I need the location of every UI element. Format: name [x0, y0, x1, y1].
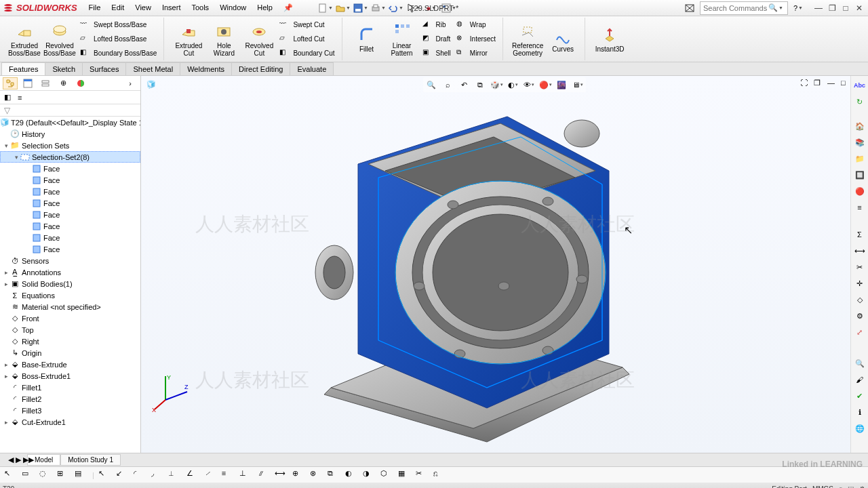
tab-weldments[interactable]: Weldments	[180, 62, 232, 75]
mirror-button[interactable]: ⧉Mirror	[454, 47, 498, 60]
fm-tab-property[interactable]	[20, 77, 35, 89]
lofted-cut-button[interactable]: ▱Lofted Cut	[277, 33, 337, 46]
search-commands[interactable]: 🔍▼	[700, 1, 788, 15]
tab-features[interactable]: Features	[1, 62, 45, 75]
menu-file[interactable]: File	[84, 2, 106, 14]
flyout-tree-icon[interactable]: 🧊	[146, 80, 156, 89]
tree-face[interactable]: Face	[43, 176, 60, 184]
draft-button[interactable]: ◩Draft	[420, 33, 454, 46]
bt-19[interactable]: ⬡	[380, 469, 394, 481]
tree-face[interactable]: Face	[43, 211, 60, 219]
bt-21[interactable]: ✂	[416, 469, 429, 481]
wrap-button[interactable]: ◍Wrap	[454, 18, 498, 32]
minimize-button[interactable]: —	[812, 3, 825, 14]
tree-cut-extrude1[interactable]: Cut-Extrude1	[22, 418, 66, 426]
fm-tab-config[interactable]	[38, 77, 53, 89]
status-units[interactable]: MMGS	[812, 485, 833, 489]
tree-face[interactable]: Face	[43, 234, 60, 242]
filter-icon[interactable]: ▽	[4, 106, 10, 115]
restore-button[interactable]: ❐	[826, 3, 838, 14]
bt-select-icon[interactable]: ▭	[22, 469, 35, 481]
tp-center-icon[interactable]: ✛	[853, 277, 867, 290]
linear-pattern-button[interactable]: Linear Pattern	[384, 19, 420, 60]
boundary-cut-button[interactable]: ◧Boundary Cut	[277, 47, 337, 60]
tp-home-icon[interactable]: 🏠	[853, 119, 867, 133]
status-icon-1[interactable]: ⬚	[848, 485, 854, 489]
bt-cursor-icon[interactable]: ↖	[4, 469, 18, 481]
bt-1[interactable]: ⊞	[57, 469, 71, 481]
tree-origin[interactable]: Origin	[22, 349, 41, 357]
3d-viewport[interactable]: 🔍 ⌕ ↶ ⧉ 🎲▾ ◐▾ 👁▾ 🔴▾ 🌆 🖥▾ ⛶ ❐ — □ ✕	[141, 76, 868, 453]
tp-properties-icon[interactable]: ≡	[853, 201, 867, 214]
tp-globe-icon[interactable]: 🌐	[853, 422, 867, 435]
vp-min-icon[interactable]: —	[827, 79, 840, 89]
new-file-button[interactable]: ▼	[318, 1, 333, 15]
tree-right[interactable]: Right	[22, 338, 39, 346]
tree-base-extrude[interactable]: Base-Extrude	[22, 361, 67, 369]
revolved-boss-button[interactable]: Revolved Boss/Base	[42, 19, 77, 60]
bt-5[interactable]: ◜	[134, 469, 147, 481]
bt-12[interactable]: ⫽	[257, 469, 271, 481]
bt-10[interactable]: ≡	[222, 469, 235, 481]
tree-boss-extrude1[interactable]: Boss-Extrude1	[22, 372, 71, 380]
tree-selection-set2[interactable]: Selection-Set2(8)	[32, 153, 90, 161]
menu-insert[interactable]: Insert	[157, 2, 186, 14]
toggle-pane-button[interactable]	[682, 1, 697, 15]
menu-pin-icon[interactable]: 📌	[279, 2, 298, 14]
tree-front[interactable]: Front	[22, 314, 39, 323]
help-button[interactable]: ? ▼	[791, 1, 806, 15]
hole-wizard-button[interactable]: Hole Wizard	[206, 19, 241, 60]
tree-equations[interactable]: Equations	[22, 291, 55, 300]
bt-7[interactable]: ⟂	[169, 469, 182, 481]
bt-15[interactable]: ⊗	[310, 469, 323, 481]
tree-face[interactable]: Face	[43, 245, 60, 253]
tree-root[interactable]: T29 (Default<<Default>_Display State 1	[11, 119, 140, 127]
extruded-boss-button[interactable]: Extruded Boss/Base	[7, 19, 42, 60]
tree-fillet1[interactable]: Fillet1	[22, 384, 41, 392]
tp-gear-icon[interactable]: ⚙	[853, 309, 867, 323]
tree-face[interactable]: Face	[43, 222, 60, 230]
tp-text-icon[interactable]: Abc	[853, 79, 867, 92]
tp-rebuild-icon[interactable]: ↻	[853, 95, 867, 108]
bt-20[interactable]: ▦	[398, 469, 412, 481]
status-icon-2[interactable]: ⚙	[859, 485, 865, 489]
part-model[interactable]	[283, 83, 772, 449]
fm-icon-1[interactable]: ◧	[4, 93, 11, 102]
tree-material[interactable]: Material <not specified>	[22, 303, 101, 311]
tab-directediting[interactable]: Direct Editing	[231, 62, 290, 75]
tp-paint-icon[interactable]: 🖌	[853, 373, 867, 386]
bt-6[interactable]: ◞	[151, 469, 165, 481]
tp-library-icon[interactable]: 📚	[853, 136, 867, 149]
bt-lasso-icon[interactable]: ◌	[39, 469, 53, 481]
undo-button[interactable]: ▼	[389, 1, 403, 15]
fm-expand-icon[interactable]: ›	[123, 77, 138, 89]
bt-8[interactable]: ∠	[186, 469, 200, 481]
vp-restore-icon[interactable]: ❐	[814, 79, 826, 89]
boundary-boss-button[interactable]: ◧Boundary Boss/Base	[77, 47, 159, 60]
bt-17[interactable]: ◐	[345, 469, 359, 481]
tree-face[interactable]: Face	[43, 199, 60, 207]
tp-dim-icon[interactable]: ⟷	[853, 244, 867, 258]
bt-11[interactable]: ⊥	[239, 469, 253, 481]
tree-top[interactable]: Top	[22, 326, 34, 334]
menu-window[interactable]: Window	[215, 2, 251, 14]
tab-sketch[interactable]: Sketch	[45, 62, 83, 75]
tree-annotations[interactable]: Annotations	[22, 268, 61, 277]
tp-appearance-icon[interactable]: 🔴	[853, 184, 867, 198]
bt-14[interactable]: ⊕	[292, 469, 306, 481]
menu-view[interactable]: View	[130, 2, 156, 14]
tree-fillet2[interactable]: Fillet2	[22, 395, 41, 403]
swept-cut-button[interactable]: 〰Swept Cut	[277, 18, 337, 32]
fm-icon-2[interactable]: ≡	[18, 94, 22, 102]
expand-icon[interactable]: ▾	[3, 142, 9, 149]
tree-selection-sets[interactable]: Selection Sets	[22, 142, 69, 150]
tree-face[interactable]: Face	[43, 188, 60, 196]
vp-expand-icon[interactable]: ⛶	[800, 79, 812, 89]
maximize-button[interactable]: □	[840, 3, 852, 14]
bt-3[interactable]: ↖	[98, 469, 112, 481]
bt-4[interactable]: ↙	[116, 469, 130, 481]
tree-history[interactable]: History	[22, 130, 45, 138]
tp-move-icon[interactable]: ⤢	[853, 325, 867, 339]
bt-9[interactable]: ⟋	[204, 469, 218, 481]
fillet-button[interactable]: Fillet	[349, 19, 384, 60]
